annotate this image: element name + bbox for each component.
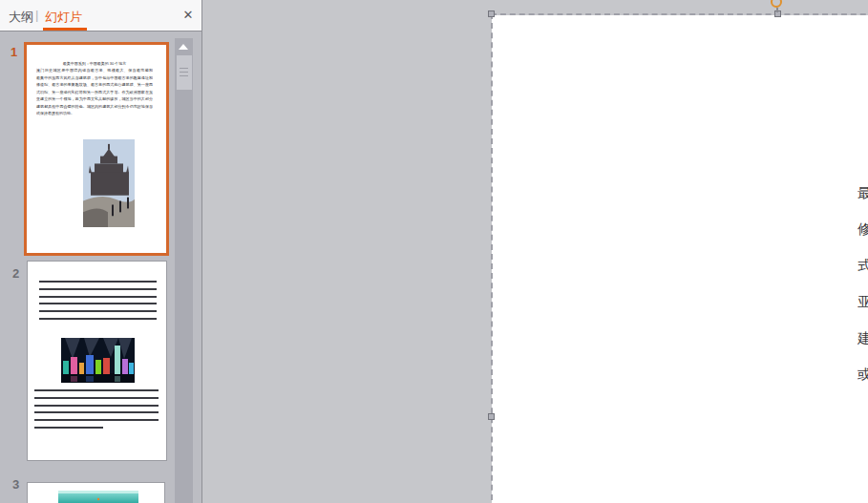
slide-body-line[interactable]: 式剧院、第一座现代化灯塔和第一所西式大学等。作为欧洲国家在东 — [857, 257, 868, 275]
scrollbar-grip — [180, 75, 188, 76]
rotation-handle[interactable] — [771, 0, 782, 8]
thumb-body-line: 建筑都具有中西合璧的特色。城区内的建筑大部分到今仍完好地保存 — [36, 103, 153, 111]
panel-scrollbar[interactable] — [175, 38, 193, 503]
slide-1-thumbnail-text: 最美中国系列：中国最美的 30 个地方 澳门历史城区是中国境内现存最古老、规模最… — [36, 60, 153, 117]
slide-1-thumbnail-image-ruins — [83, 139, 135, 227]
slide-body-line[interactable]: 或保持着原有的功能。 — [857, 366, 868, 384]
thumb-body-line: 修道院、最古老的基督教坟场、最古老的西式炮台建筑群、第一座西 — [36, 81, 153, 89]
slide-body-line[interactable]: 建筑都具有中西合璧的特色。城区内的建筑大部分到今仍完好地保存 — [857, 329, 868, 347]
slide-1-number: 1 — [11, 45, 17, 59]
slide-2-thumbnail[interactable] — [27, 261, 167, 461]
presentation-editor-window: 最美中国系列：中国最美的 30 个地方 澳门历史城区是中国境内现存最古老、规模最… — [0, 0, 868, 503]
thumb-body-line: 亚建立的第一个领地，因为中西文化共融的缘故，城区当中的大部分 — [36, 95, 153, 103]
slide-canvas[interactable]: 最美中国系列：中国最美的 30 个地方 澳门历史城区是中国境内现存最古老、规模最… — [202, 0, 868, 503]
scrollbar-grip — [180, 68, 188, 69]
thumb-body-line: 澳门历史城区是中国境内现存最古老、规模最大、保存最完整和 — [36, 67, 153, 74]
slide-2-number: 2 — [12, 266, 19, 281]
tab-separator: | — [35, 8, 38, 22]
scrollbar-grip — [180, 72, 188, 73]
slides-panel: 大纲 | 幻灯片 ✕ 1 最美中国系列：中国最美的 30 个地方 澳门历史城区是… — [0, 0, 202, 503]
active-tab-underline — [43, 28, 87, 31]
slide-body-line[interactable]: 澳门历史城区是中国境内现存最古老、规模最大、保存最完整和 — [857, 148, 868, 166]
panel-header: 大纲 | 幻灯片 ✕ — [0, 0, 201, 31]
scroll-up-icon[interactable] — [175, 38, 193, 54]
close-panel-icon[interactable]: ✕ — [180, 8, 196, 23]
scrollbar-thumb[interactable] — [177, 55, 192, 90]
slide-title[interactable]: 最美中国系列：中国最美的 30 个地方 — [857, 102, 868, 120]
tab-slides[interactable]: 幻灯片 — [45, 9, 82, 26]
slide-body-line[interactable]: 亚建立的第一个领地，因为中西文化共融的缘故，城区当中的大部分 — [857, 293, 868, 311]
resize-handle-top-left[interactable] — [488, 10, 495, 17]
slide-2-thumbnail-text-block — [39, 281, 157, 325]
slide-3-number: 3 — [12, 477, 19, 492]
slide-2-thumbnail-text-block — [34, 389, 159, 434]
slide-body-line[interactable]: 修道院、最古老的基督教坟场、最古老的西式炮台建筑群、第一座西 — [857, 220, 868, 239]
thumb-body-line: 最集中的东西方风格共存建筑群，当中包括中国最古老的教堂遗址和 — [36, 74, 153, 82]
thumb-body-line: 式剧院、第一座现代化灯塔和第一所西式大学等。作为欧洲国家在东 — [36, 89, 153, 96]
slide-3-thumbnail-image-teal-sea — [58, 491, 138, 503]
thumb-body-line: 或保持着原有的功能。 — [36, 110, 153, 117]
slide-body-line[interactable]: 最集中的东西方风格共存建筑群，当中包括中国最古老的教堂遗址和 — [857, 184, 868, 202]
slide-1-thumbnail[interactable]: 最美中国系列：中国最美的 30 个地方 澳门历史城区是中国境内现存最古老、规模最… — [24, 42, 169, 256]
tab-outline[interactable]: 大纲 — [9, 9, 33, 26]
thumb-title: 最美中国系列：中国最美的 30 个地方 — [36, 60, 153, 67]
slide-3-thumbnail[interactable] — [27, 482, 165, 503]
slide-2-thumbnail-image-night-skyline — [61, 338, 135, 383]
resize-handle-middle-left[interactable] — [488, 413, 495, 420]
rotation-handle-stem — [776, 8, 778, 12]
slide-page[interactable]: 最美中国系列：中国最美的 30 个地方 澳门历史城区是中国境内现存最古老、规模最… — [492, 15, 868, 503]
